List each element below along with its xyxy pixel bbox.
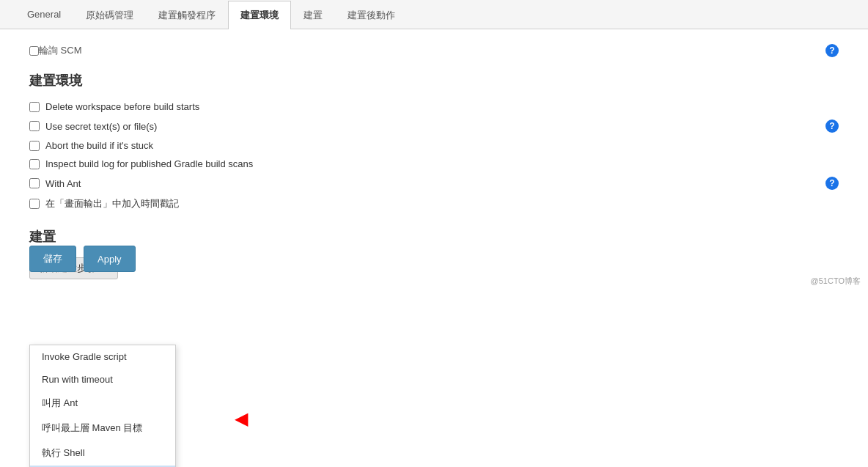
- checkbox-with-ant-label: With Ant: [45, 178, 81, 189]
- checkbox-use-secret: Use secret text(s) or file(s) ?: [29, 119, 839, 133]
- tab-general[interactable]: General: [15, 1, 73, 29]
- checkbox-abort-stuck-label: Abort the build if it's stuck: [45, 140, 153, 151]
- content-area: 輪詢 SCM ? 建置環境 Delete workspace before bu…: [0, 29, 868, 294]
- main-container: General 原始碼管理 建置觸發程序 建置環境 建置 建置後動作 輪詢 SC…: [0, 0, 868, 467]
- scm-row: 輪詢 SCM ?: [29, 44, 839, 57]
- scm-help-icon[interactable]: ?: [825, 44, 839, 57]
- checkbox-timestamp: 在「畫面輸出」中加入時間戳記: [29, 197, 839, 210]
- apply-button[interactable]: Apply: [84, 246, 136, 272]
- dropdown-invoke-gradle[interactable]: Invoke Gradle script: [30, 345, 175, 368]
- use-secret-help-icon[interactable]: ?: [825, 119, 839, 133]
- dropdown-run-timeout[interactable]: Run with timeout: [30, 368, 175, 391]
- dropdown-exec-shell[interactable]: 執行 Shell: [30, 441, 175, 466]
- save-button[interactable]: 儲存: [29, 246, 76, 272]
- tab-environment[interactable]: 建置環境: [228, 1, 291, 29]
- checkbox-with-ant: With Ant ?: [29, 177, 839, 190]
- checkbox-inspect-log-label: Inspect build log for published Gradle b…: [45, 158, 253, 169]
- checkbox-timestamp-input[interactable]: [29, 199, 40, 209]
- dropdown-menu: Invoke Gradle script Run with timeout 叫用…: [29, 345, 176, 467]
- tab-post[interactable]: 建置後動作: [335, 1, 408, 29]
- checkbox-use-secret-input[interactable]: [29, 121, 40, 131]
- checkbox-use-secret-label: Use secret text(s) or file(s): [45, 121, 157, 132]
- tab-bar: General 原始碼管理 建置觸發程序 建置環境 建置 建置後動作: [0, 0, 868, 29]
- checkbox-delete-ws: Delete workspace before build starts: [29, 101, 839, 112]
- scm-label: 輪詢 SCM: [39, 44, 82, 57]
- bottom-buttons: 儲存 Apply: [29, 246, 136, 272]
- scm-checkbox[interactable]: [29, 46, 39, 56]
- dropdown-call-maven[interactable]: 呼叫最上層 Maven 目標: [30, 416, 175, 441]
- tab-triggers[interactable]: 建置觸發程序: [146, 1, 228, 29]
- checkbox-abort-stuck-input[interactable]: [29, 141, 40, 151]
- checkbox-delete-ws-label: Delete workspace before build starts: [45, 101, 199, 112]
- section1-title: 建置環境: [29, 72, 839, 89]
- build-section: 建置 新增建置步驟 ▼: [29, 228, 839, 279]
- checkbox-inspect-log: Inspect build log for published Gradle b…: [29, 158, 839, 169]
- with-ant-help-icon[interactable]: ?: [825, 177, 839, 190]
- section2-title: 建置: [29, 228, 839, 246]
- tab-scm[interactable]: 原始碼管理: [73, 1, 146, 29]
- checkbox-timestamp-label: 在「畫面輸出」中加入時間戳記: [45, 197, 179, 210]
- checkbox-delete-ws-input[interactable]: [29, 102, 40, 112]
- checkbox-inspect-log-input[interactable]: [29, 159, 40, 169]
- tab-build[interactable]: 建置: [291, 1, 335, 29]
- checkbox-with-ant-input[interactable]: [29, 178, 40, 188]
- checkbox-abort-stuck: Abort the build if it's stuck: [29, 140, 839, 151]
- watermark: @51CTO博客: [811, 276, 861, 287]
- dropdown-call-ant[interactable]: 叫用 Ant: [30, 391, 175, 416]
- red-arrow-indicator: ◀: [235, 410, 248, 427]
